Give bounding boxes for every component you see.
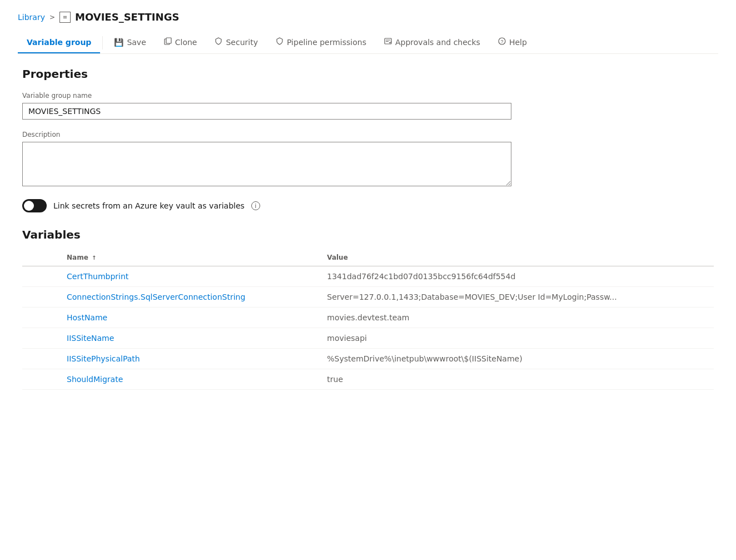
security-label: Security <box>226 38 258 47</box>
tab-variable-group[interactable]: Variable group <box>18 32 100 53</box>
clone-label: Clone <box>175 38 197 47</box>
toolbar-divider-1 <box>102 36 103 49</box>
variable-value-cell: moviesapi <box>320 328 714 349</box>
description-field: Description <box>22 131 714 188</box>
approvals-icon <box>384 37 392 47</box>
description-input[interactable] <box>22 142 511 186</box>
variable-group-icon: ≡ <box>59 12 71 23</box>
pipeline-permissions-label: Pipeline permissions <box>287 38 366 47</box>
description-label: Description <box>22 131 714 138</box>
col-header-value: Value <box>320 250 714 266</box>
col-header-name: Name ↑ <box>22 250 320 266</box>
variable-name-cell[interactable]: CertThumbprint <box>22 266 320 287</box>
page-title: MOVIES_SETTINGS <box>75 11 179 23</box>
toolbar: Variable group 💾 Save Clone Security Pip… <box>18 32 718 54</box>
variable-name-cell[interactable]: ShouldMigrate <box>22 369 320 390</box>
table-row: HostName movies.devtest.team <box>22 308 714 328</box>
help-button[interactable]: ? Help <box>489 32 536 53</box>
toggle-label: Link secrets from an Azure key vault as … <box>53 201 245 210</box>
approvals-label: Approvals and checks <box>395 38 480 47</box>
variable-value-cell: 1341dad76f24c1bd07d0135bcc9156fc64df554d <box>320 266 714 287</box>
variable-name-cell[interactable]: ConnectionStrings.SqlServerConnectionStr… <box>22 287 320 308</box>
save-label: Save <box>127 38 146 47</box>
sort-icon[interactable]: ↑ <box>92 255 96 261</box>
variable-group-name-input[interactable] <box>22 103 511 120</box>
variables-table: Name ↑ Value CertThumbprint 1341dad76f24… <box>22 250 714 390</box>
azure-keyvault-toggle[interactable] <box>22 199 47 212</box>
variable-value-cell: Server=127.0.0.1,1433;Database=MOVIES_DE… <box>320 287 714 308</box>
help-icon: ? <box>498 37 506 47</box>
table-row: ShouldMigrate true <box>22 369 714 390</box>
table-row: CertThumbprint 1341dad76f24c1bd07d0135bc… <box>22 266 714 287</box>
variable-name-cell[interactable]: IISSiteName <box>22 328 320 349</box>
azure-keyvault-toggle-row: Link secrets from an Azure key vault as … <box>22 199 714 212</box>
info-icon[interactable]: i <box>251 201 260 210</box>
toggle-knob <box>24 201 34 211</box>
breadcrumb-library-link[interactable]: Library <box>18 13 45 22</box>
variable-name-cell[interactable]: IISSitePhysicalPath <box>22 349 320 369</box>
clone-button[interactable]: Clone <box>155 32 206 53</box>
table-row: IISSiteName moviesapi <box>22 328 714 349</box>
help-label: Help <box>509 38 527 47</box>
breadcrumb-separator: > <box>49 13 55 21</box>
breadcrumb: Library > ≡ MOVIES_SETTINGS <box>18 11 718 23</box>
save-button[interactable]: 💾 Save <box>105 32 155 53</box>
variable-value-cell: %SystemDrive%\inetpub\wwwroot\$(IISSiteN… <box>320 349 714 369</box>
svg-rect-1 <box>166 38 171 43</box>
table-row: IISSitePhysicalPath %SystemDrive%\inetpu… <box>22 349 714 369</box>
security-button[interactable]: Security <box>206 32 267 53</box>
table-row: ConnectionStrings.SqlServerConnectionStr… <box>22 287 714 308</box>
variables-header-row: Name ↑ Value <box>22 250 714 266</box>
main-content: Properties Variable group name Descripti… <box>18 67 718 390</box>
tab-variable-group-label: Variable group <box>27 38 91 47</box>
svg-text:?: ? <box>500 39 503 44</box>
variable-value-cell: true <box>320 369 714 390</box>
security-shield-icon <box>215 37 222 47</box>
properties-title: Properties <box>22 67 714 81</box>
variable-group-name-label: Variable group name <box>22 92 714 100</box>
approvals-button[interactable]: Approvals and checks <box>375 32 489 53</box>
variables-title: Variables <box>22 228 714 241</box>
pipeline-permissions-button[interactable]: Pipeline permissions <box>267 32 375 53</box>
save-icon: 💾 <box>114 38 123 47</box>
pipeline-shield-icon <box>276 37 284 47</box>
variable-name-cell[interactable]: HostName <box>22 308 320 328</box>
variable-value-cell: movies.devtest.team <box>320 308 714 328</box>
clone-icon <box>164 37 172 47</box>
variable-group-name-field: Variable group name <box>22 92 714 120</box>
